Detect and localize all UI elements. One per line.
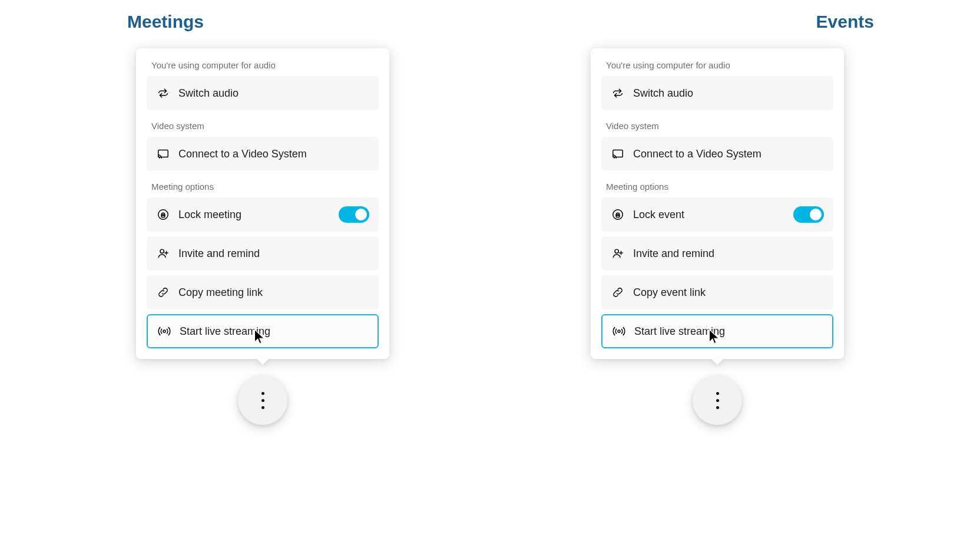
switch-audio-label-r: Switch audio	[633, 87, 824, 100]
link-icon	[611, 285, 625, 299]
svg-point-3	[160, 249, 164, 253]
events-column: Events You're using computer for audio S…	[561, 12, 874, 425]
lock-event-label: Lock event	[633, 209, 793, 221]
events-panel: You're using computer for audio Switch a…	[591, 48, 844, 359]
start-live-streaming-label-r: Start live streaming	[634, 325, 823, 338]
connect-video-label: Connect to a Video System	[178, 148, 369, 160]
lock-icon	[156, 207, 170, 222]
start-live-streaming-button[interactable]: Start live streaming	[147, 314, 379, 348]
copy-link-button[interactable]: Copy meeting link	[147, 275, 379, 309]
invite-remind-button-r[interactable]: Invite and remind	[601, 236, 833, 271]
connect-video-label-r: Connect to a Video System	[633, 148, 824, 160]
meetings-panel: You're using computer for audio Switch a…	[136, 48, 389, 359]
audio-status-label-r: You're using computer for audio	[601, 60, 833, 70]
switch-audio-button[interactable]: Switch audio	[147, 76, 379, 110]
lock-event-toggle[interactable]	[793, 206, 824, 223]
copy-event-link-label: Copy event link	[633, 286, 824, 299]
meetings-column: Meetings You're using computer for audio…	[106, 12, 419, 425]
svg-point-8	[615, 249, 618, 253]
cast-icon	[156, 147, 170, 161]
more-options-button[interactable]	[238, 375, 287, 425]
lock-event-row[interactable]: Lock event	[601, 197, 833, 232]
copy-event-link-button[interactable]: Copy event link	[601, 275, 833, 309]
copy-link-label: Copy meeting link	[178, 286, 369, 299]
lock-meeting-label: Lock meeting	[178, 209, 339, 221]
more-options-button-r[interactable]	[693, 375, 742, 425]
broadcast-icon	[157, 324, 171, 338]
lock-meeting-row[interactable]: Lock meeting	[147, 197, 379, 232]
switch-audio-label: Switch audio	[178, 87, 369, 100]
broadcast-icon	[612, 324, 626, 338]
switch-audio-icon	[156, 86, 170, 100]
events-title: Events	[816, 12, 874, 32]
invite-remind-button[interactable]: Invite and remind	[147, 236, 379, 271]
meeting-options-label: Meeting options	[147, 182, 379, 192]
link-icon	[156, 285, 170, 299]
audio-status-label: You're using computer for audio	[147, 60, 379, 70]
switch-audio-icon	[611, 86, 625, 100]
start-live-streaming-button-r[interactable]: Start live streaming	[601, 314, 833, 348]
invite-icon	[156, 246, 170, 261]
svg-rect-0	[158, 150, 168, 157]
connect-video-button-r[interactable]: Connect to a Video System	[601, 137, 833, 171]
dots-vertical-icon	[261, 392, 264, 409]
lock-meeting-toggle[interactable]	[339, 206, 369, 223]
lock-icon	[611, 207, 625, 222]
meetings-title: Meetings	[106, 12, 204, 32]
cast-icon	[611, 147, 625, 161]
invite-remind-label-r: Invite and remind	[633, 248, 824, 260]
video-system-label-r: Video system	[601, 121, 833, 131]
connect-video-button[interactable]: Connect to a Video System	[147, 137, 379, 171]
svg-point-4	[163, 330, 165, 332]
switch-audio-button-r[interactable]: Switch audio	[601, 76, 833, 110]
invite-icon	[611, 246, 625, 261]
video-system-label: Video system	[147, 121, 379, 131]
svg-point-9	[618, 330, 620, 332]
dots-vertical-icon	[716, 392, 719, 409]
svg-rect-5	[613, 150, 623, 157]
invite-remind-label: Invite and remind	[178, 248, 369, 260]
meeting-options-label-r: Meeting options	[601, 182, 833, 192]
start-live-streaming-label: Start live streaming	[180, 325, 368, 338]
